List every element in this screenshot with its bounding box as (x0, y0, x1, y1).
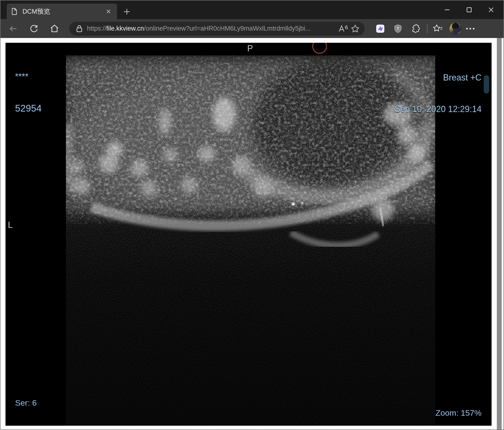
study-description: Breast +C (395, 72, 482, 83)
zoom-level: Zoom: 157% (389, 408, 482, 418)
patient-number: 52954 (15, 103, 42, 114)
tampermonkey-shield-icon[interactable]: T (392, 23, 404, 35)
url-scheme: https:// (87, 25, 106, 32)
profile-avatar[interactable] (450, 23, 461, 35)
settings-ellipsis-icon[interactable] (464, 23, 476, 35)
browser-tab[interactable]: DCM预览 (7, 4, 117, 19)
overlay-top-right: Breast +C Sep 10, 2020 12:29:14 (395, 51, 482, 135)
read-aloud-icon[interactable] (337, 23, 349, 34)
url-path: /onlinePreview?url=aHR0cHM6Ly9maWxlLmtrd… (144, 25, 311, 32)
document-icon (11, 8, 17, 15)
extensions-puzzle-icon[interactable] (410, 23, 422, 35)
page-background: P L **** 52954 Breast +C Sep 10, 2020 12… (0, 38, 504, 430)
tab-strip: DCM预览 (0, 0, 504, 19)
lock-icon[interactable] (76, 25, 83, 33)
address-bar[interactable]: https://file.kkview.cn/onlinePreview?url… (69, 22, 365, 36)
url-host: file.kkview.cn (106, 25, 144, 32)
page-scrollbar-thumb[interactable] (497, 38, 502, 430)
collections-star-icon[interactable] (432, 23, 444, 35)
orientation-marker-posterior: P (247, 44, 253, 54)
overlay-bottom-right: Zoom: 157% W: 778 L: 389 Lossless / Unco… (389, 388, 482, 426)
back-arrow-icon[interactable] (6, 21, 20, 36)
svg-text:T: T (397, 26, 399, 31)
window-controls (436, 2, 502, 18)
maximize-icon[interactable] (458, 2, 480, 18)
new-tab-button[interactable] (121, 7, 132, 17)
study-datetime: Sep 10, 2020 12:29:14 (395, 104, 482, 114)
series-number: Ser: 6 (15, 398, 131, 408)
navigation-toolbar: https://file.kkview.cn/onlinePreview?url… (0, 19, 504, 38)
browser-window: DCM预览 (0, 0, 504, 430)
orientation-marker-left: L (8, 220, 13, 230)
tab-close-icon[interactable] (104, 7, 113, 16)
tab-title: DCM预览 (22, 7, 104, 16)
viewer-scroll-thumb[interactable] (484, 75, 489, 93)
overlay-top-left: **** 52954 (15, 50, 42, 134)
refresh-icon[interactable] (27, 21, 41, 36)
close-icon[interactable] (480, 2, 502, 18)
favorite-star-icon[interactable] (349, 23, 361, 34)
masked-patient-id: **** (15, 72, 42, 82)
translate-bird-icon[interactable] (374, 23, 386, 35)
minimize-icon[interactable] (436, 2, 458, 18)
dicom-viewer-canvas[interactable]: P L **** 52954 Breast +C Sep 10, 2020 12… (6, 43, 492, 426)
overlay-bottom-left: Ser: 6 Img: 201 1/545 512 x 512 Loc: 109… (15, 378, 131, 426)
page-scrollbar-track[interactable] (497, 38, 503, 430)
toolbar-divider (427, 24, 428, 33)
home-icon[interactable] (47, 21, 62, 36)
url-text[interactable]: https://file.kkview.cn/onlinePreview?url… (87, 25, 337, 32)
